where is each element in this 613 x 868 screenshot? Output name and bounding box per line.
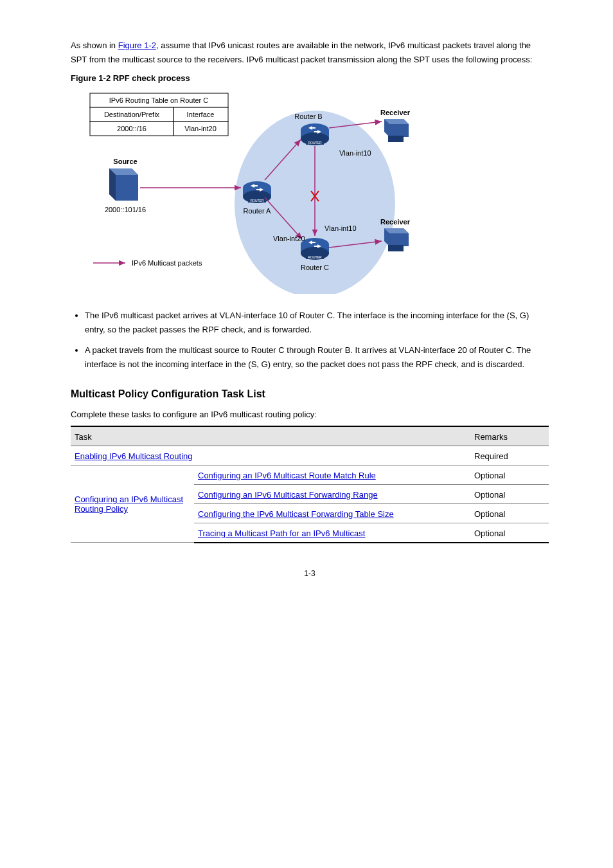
receiver-c-icon: [384, 228, 409, 251]
table-caption: Complete these tasks to configure an IPv…: [71, 408, 549, 422]
svg-text:ROUTER: ROUTER: [308, 255, 322, 259]
router-c-icon: ROUTER: [301, 238, 329, 260]
task-link[interactable]: Tracing a Multicast Path for an IPv6 Mul…: [198, 529, 365, 538]
routing-table-title: IPv6 Routing Table on Router C: [109, 96, 209, 104]
process-list: The IPv6 multicast packet arrives at VLA…: [71, 309, 549, 372]
section-heading: Multicast Policy Configuration Task List: [71, 388, 549, 400]
router-c-label: Router C: [301, 264, 329, 271]
router-a-label: Router A: [244, 207, 271, 215]
receiver-c-label: Receiver: [380, 218, 411, 226]
network-diagram: IPv6 Routing Table on Router C Destinati…: [71, 88, 549, 296]
remarks-cell: Optional: [470, 484, 549, 503]
col-remarks: Remarks: [470, 426, 549, 446]
process-item-2: A packet travels from the multicast sour…: [85, 343, 549, 372]
remarks-cell: Required: [470, 446, 549, 465]
receiver-b-icon: [384, 119, 409, 142]
remarks-cell: Optional: [470, 465, 549, 484]
remarks-cell: Optional: [470, 523, 549, 543]
figure-caption: Figure 1-2 RPF check process: [71, 73, 549, 83]
task-link[interactable]: Configuring an IPv6 Multicast Route Matc…: [198, 471, 376, 480]
task-link[interactable]: Configuring an IPv6 Multicast Routing Po…: [75, 494, 183, 514]
routing-col-dest: Destination/Prefix: [104, 111, 160, 118]
svg-text:ROUTER: ROUTER: [308, 141, 322, 145]
routing-col-iface: Interface: [187, 111, 215, 118]
vlan-int20-c: Vlan-int20: [273, 235, 305, 242]
routing-iface-value: Vlan-int20: [184, 125, 217, 132]
intro-paragraph: As shown in Figure 1-2, assume that IPv6…: [71, 39, 549, 67]
svg-rect-21: [388, 136, 404, 142]
task-link[interactable]: Configuring an IPv6 Multicast Forwarding…: [198, 490, 378, 500]
receiver-b-label: Receiver: [380, 109, 411, 116]
col-task: Task: [71, 426, 470, 446]
svg-rect-22: [388, 245, 404, 251]
task-link[interactable]: Enabling IPv6 Multicast Routing: [75, 451, 193, 461]
config-task-table: Task Remarks Enabling IPv6 Multicast Rou…: [71, 426, 549, 543]
source-label: Source: [113, 158, 137, 165]
vlan-int10-b: Vlan-int10: [339, 149, 371, 157]
figure-ref-link[interactable]: Figure 1-2: [118, 41, 156, 50]
source-host-icon: [109, 168, 138, 201]
intro-pre: As shown in: [71, 41, 118, 50]
svg-text:ROUTER: ROUTER: [250, 199, 264, 203]
page-number: 1-3: [71, 569, 549, 578]
vlan-int10-c: Vlan-int10: [324, 224, 357, 232]
process-item-1: The IPv6 multicast packet arrives at VLA…: [85, 309, 549, 337]
source-ip: 2000::101/16: [105, 206, 146, 213]
router-b-label: Router B: [294, 113, 322, 120]
remarks-cell: Optional: [470, 503, 549, 523]
router-b-icon: ROUTER: [301, 123, 329, 145]
task-link[interactable]: Configuring the IPv6 Multicast Forwardin…: [198, 509, 394, 519]
legend-text: IPv6 Multicast packets: [132, 259, 202, 267]
routing-dest-value: 2000::/16: [117, 125, 147, 132]
